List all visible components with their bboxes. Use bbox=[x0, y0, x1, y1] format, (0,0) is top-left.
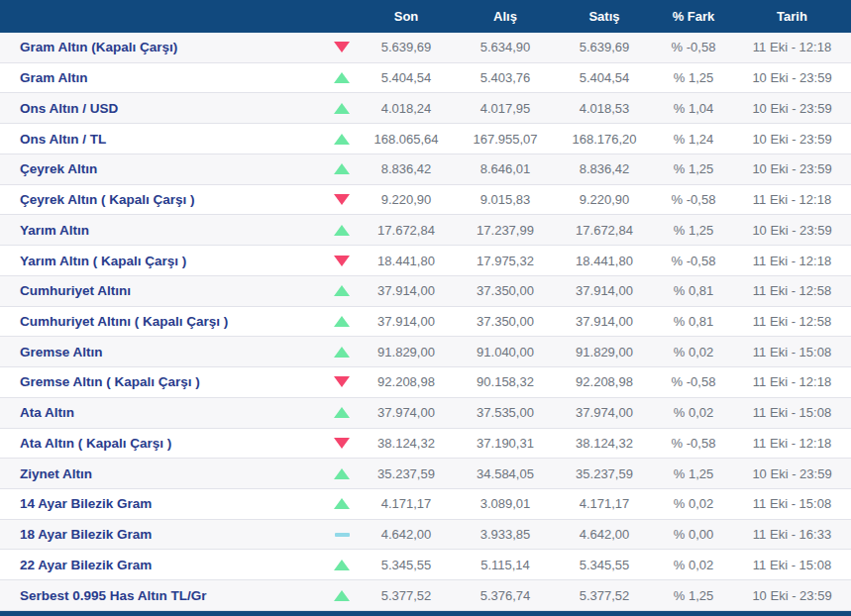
fark-value: % -0,58 bbox=[654, 436, 733, 451]
satis-value: 168.176,20 bbox=[555, 132, 654, 147]
trend-cell bbox=[327, 376, 357, 387]
fark-value: % -0,58 bbox=[654, 192, 733, 207]
alis-value: 8.646,01 bbox=[456, 161, 555, 176]
table-header-row: Son Alış Satış % Fark Tarih bbox=[0, 0, 851, 33]
table-row[interactable]: Yarım Altın 17.672,84 17.237,99 17.672,8… bbox=[0, 215, 851, 246]
trend-cell bbox=[327, 438, 357, 449]
fark-value: % 0,81 bbox=[654, 283, 733, 298]
table-row[interactable]: Gremse Altın ( Kapalı Çarşı ) 92.208,98 … bbox=[0, 367, 851, 398]
instrument-name: Ons Altın / TL bbox=[0, 132, 327, 147]
tarih-value: 11 Eki - 15:08 bbox=[733, 345, 851, 359]
fark-value: % -0,58 bbox=[654, 40, 733, 54]
alis-value: 17.237,99 bbox=[456, 223, 555, 238]
instrument-name: 14 Ayar Bilezik Gram bbox=[0, 496, 327, 511]
satis-value: 4.018,53 bbox=[555, 101, 654, 116]
trend-down-icon bbox=[334, 438, 350, 449]
table-row[interactable]: Cumhuriyet Altını 37.914,00 37.350,00 37… bbox=[0, 276, 851, 307]
table-row[interactable]: Gram Altın (Kapalı Çarşı) 5.639,69 5.634… bbox=[0, 33, 851, 63]
table-row[interactable]: Ons Altın / TL 168.065,64 167.955,07 168… bbox=[0, 124, 851, 154]
table-row[interactable]: Ons Altın / USD 4.018,24 4.017,95 4.018,… bbox=[0, 93, 851, 124]
fark-value: % 1,25 bbox=[654, 70, 733, 85]
alis-value: 4.017,95 bbox=[456, 101, 555, 116]
table-row[interactable]: Çeyrek Altın 8.836,42 8.646,01 8.836,42 … bbox=[0, 154, 851, 185]
table-row[interactable]: Serbest 0.995 Has Altın TL/Gr 5.377,52 5… bbox=[0, 580, 851, 611]
satis-value: 35.237,59 bbox=[555, 466, 654, 481]
instrument-name: Serbest 0.995 Has Altın TL/Gr bbox=[0, 588, 327, 603]
table-row[interactable]: Cumhuriyet Altını ( Kapalı Çarşı ) 37.91… bbox=[0, 307, 851, 338]
satis-value: 38.124,32 bbox=[555, 436, 654, 451]
trend-up-icon bbox=[334, 72, 350, 83]
table-row[interactable]: Ata Altın 37.974,00 37.535,00 37.974,00 … bbox=[0, 398, 851, 429]
satis-value: 92.208,98 bbox=[555, 374, 654, 389]
tarih-value: 11 Eki - 15:08 bbox=[733, 405, 851, 420]
satis-value: 5.639,69 bbox=[555, 40, 654, 54]
trend-cell bbox=[327, 134, 357, 145]
table-row[interactable]: Çeyrek Altın ( Kapalı Çarşı ) 9.220,90 9… bbox=[0, 185, 851, 216]
son-value: 35.237,59 bbox=[357, 466, 456, 481]
tarih-value: 11 Eki - 12:18 bbox=[733, 192, 851, 207]
instrument-name: 22 Ayar Bilezik Gram bbox=[0, 558, 327, 572]
tarih-value: 11 Eki - 15:08 bbox=[733, 496, 851, 511]
trend-cell bbox=[327, 560, 357, 570]
trend-cell bbox=[327, 407, 357, 418]
tarih-value: 10 Eki - 23:59 bbox=[733, 466, 851, 481]
son-value: 5.377,52 bbox=[357, 588, 456, 603]
trend-cell bbox=[327, 347, 357, 358]
instrument-name: Gremse Altın bbox=[0, 345, 327, 359]
instrument-name: Ata Altın bbox=[0, 405, 327, 420]
table-row[interactable]: 18 Ayar Bilezik Gram 4.642,00 3.933,85 4… bbox=[0, 520, 851, 551]
trend-up-icon bbox=[334, 407, 350, 418]
column-header-alis: Alış bbox=[456, 9, 555, 24]
son-value: 8.836,42 bbox=[357, 161, 456, 176]
trend-down-icon bbox=[334, 256, 350, 266]
instrument-name: Cumhuriyet Altını ( Kapalı Çarşı ) bbox=[0, 314, 327, 329]
son-value: 37.974,00 bbox=[357, 405, 456, 420]
fark-value: % 0,00 bbox=[654, 527, 733, 542]
fark-value: % -0,58 bbox=[654, 254, 733, 268]
table-row[interactable]: 22 Ayar Bilezik Gram 5.345,55 5.115,14 5… bbox=[0, 550, 851, 580]
trend-up-icon bbox=[334, 134, 350, 145]
alis-value: 3.089,01 bbox=[456, 496, 555, 511]
instrument-name: Ons Altın / USD bbox=[0, 101, 327, 116]
table-bottom-bar bbox=[0, 611, 851, 616]
son-value: 5.404,54 bbox=[357, 70, 456, 85]
trend-cell bbox=[327, 498, 357, 509]
alis-value: 5.634,90 bbox=[456, 40, 555, 54]
alis-value: 91.040,00 bbox=[456, 345, 555, 359]
instrument-name: 18 Ayar Bilezik Gram bbox=[0, 527, 327, 542]
alis-value: 34.584,05 bbox=[456, 466, 555, 481]
satis-value: 9.220,90 bbox=[555, 192, 654, 207]
satis-value: 5.377,52 bbox=[555, 588, 654, 603]
trend-cell bbox=[327, 72, 357, 83]
trend-cell bbox=[327, 316, 357, 327]
trend-up-icon bbox=[334, 590, 350, 601]
trend-up-icon bbox=[334, 316, 350, 327]
tarih-value: 11 Eki - 12:18 bbox=[733, 254, 851, 268]
son-value: 37.914,00 bbox=[357, 314, 456, 329]
alis-value: 37.190,31 bbox=[456, 436, 555, 451]
instrument-name: Cumhuriyet Altını bbox=[0, 283, 327, 298]
son-value: 5.345,55 bbox=[357, 558, 456, 572]
alis-value: 5.376,74 bbox=[456, 588, 555, 603]
table-row[interactable]: Gram Altın 5.404,54 5.403,76 5.404,54 % … bbox=[0, 63, 851, 94]
satis-value: 4.642,00 bbox=[555, 527, 654, 542]
trend-up-icon bbox=[334, 285, 350, 296]
trend-down-icon bbox=[334, 376, 350, 387]
son-value: 92.208,98 bbox=[357, 374, 456, 389]
table-row[interactable]: 14 Ayar Bilezik Gram 4.171,17 3.089,01 4… bbox=[0, 489, 851, 520]
alis-value: 167.955,07 bbox=[456, 132, 555, 147]
son-value: 38.124,32 bbox=[357, 436, 456, 451]
instrument-name: Çeyrek Altın bbox=[0, 161, 327, 176]
table-row[interactable]: Yarım Altın ( Kapalı Çarşı ) 18.441,80 1… bbox=[0, 246, 851, 276]
fark-value: % 1,24 bbox=[654, 132, 733, 147]
fark-value: % 0,02 bbox=[654, 496, 733, 511]
alis-value: 9.015,83 bbox=[456, 192, 555, 207]
trend-down-icon bbox=[334, 194, 350, 205]
table-row[interactable]: Ziynet Altın 35.237,59 34.584,05 35.237,… bbox=[0, 459, 851, 489]
table-row[interactable]: Gremse Altın 91.829,00 91.040,00 91.829,… bbox=[0, 337, 851, 367]
tarih-value: 11 Eki - 12:18 bbox=[733, 40, 851, 54]
table-row[interactable]: Ata Altın ( Kapalı Çarşı ) 38.124,32 37.… bbox=[0, 429, 851, 460]
gold-prices-table: Son Alış Satış % Fark Tarih Gram Altın (… bbox=[0, 0, 851, 616]
son-value: 5.639,69 bbox=[357, 40, 456, 54]
alis-value: 5.403,76 bbox=[456, 70, 555, 85]
